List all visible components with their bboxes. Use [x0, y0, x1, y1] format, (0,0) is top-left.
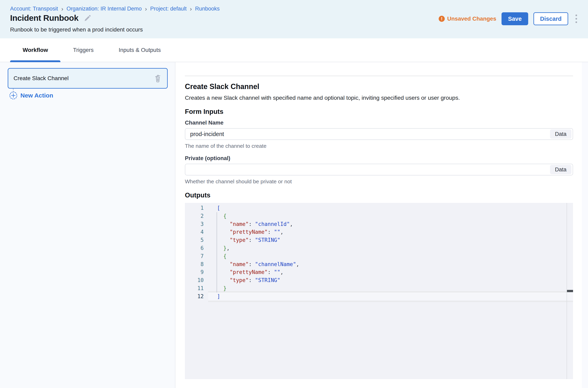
code-line: 10 "type": "STRING"	[185, 276, 573, 284]
tab-label: Triggers	[73, 47, 94, 53]
code-line: 9 "prettyName": "",	[185, 268, 573, 276]
code-line-content: }	[204, 284, 227, 292]
header-actions: ! Unsaved Changes Save Discard	[439, 12, 579, 25]
code-line-content: "type": "STRING"	[204, 276, 280, 284]
breadcrumb-link[interactable]: Project: default	[150, 6, 187, 12]
code-line: 4 "prettyName": "",	[185, 228, 573, 236]
action-card-label: Create Slack Channel	[14, 75, 154, 82]
private-data-button[interactable]: Data	[550, 165, 571, 174]
code-line-content: "prettyName": "",	[204, 228, 284, 236]
line-number: 3	[185, 220, 204, 228]
channel-name-label: Channel Name	[185, 120, 573, 126]
breadcrumb-separator-icon: ›	[61, 6, 63, 12]
code-line-content: ]	[204, 292, 220, 301]
line-number: 9	[185, 268, 204, 276]
private-label: Private (optional)	[185, 155, 573, 162]
breadcrumb: Account: Transposit›Organization: IR Int…	[10, 6, 220, 12]
code-line-content: {	[204, 212, 227, 220]
action-detail-title: Create Slack Channel	[185, 82, 573, 91]
breadcrumb-link[interactable]: Organization: IR Internal Demo	[66, 6, 142, 12]
tab-inputs-outputs[interactable]: Inputs & Outputs	[106, 38, 173, 62]
active-tab-underline	[10, 60, 60, 62]
code-line-content: {	[204, 252, 227, 260]
new-action-label: New Action	[20, 92, 53, 99]
line-number: 2	[185, 212, 204, 220]
line-number: 8	[185, 260, 204, 268]
step-connector-line	[13, 89, 14, 92]
form-inputs-heading: Form Inputs	[185, 108, 573, 116]
discard-button[interactable]: Discard	[534, 12, 568, 25]
code-line: 1[	[185, 204, 573, 212]
code-line: 2 {	[185, 212, 573, 220]
channel-name-input-wrap: Data	[185, 128, 573, 140]
editor-scrollbar-thumb[interactable]	[567, 290, 573, 292]
save-button[interactable]: Save	[502, 12, 528, 25]
warning-icon: !	[439, 16, 445, 22]
tab-triggers[interactable]: Triggers	[60, 38, 106, 62]
plus-icon	[9, 92, 17, 99]
line-number: 7	[185, 252, 204, 260]
code-rows: 1[2 {3 "name": "channelId",4 "prettyName…	[185, 203, 573, 301]
section-divider	[185, 76, 573, 76]
line-number: 6	[185, 244, 204, 252]
action-detail-description: Creates a new Slack channel with specifi…	[185, 95, 573, 101]
code-line-content: [	[204, 204, 220, 212]
outputs-heading: Outputs	[185, 191, 573, 199]
code-line: 7 {	[185, 252, 573, 260]
breadcrumb-separator-icon: ›	[145, 6, 147, 12]
action-detail-panel: Create Slack Channel Creates a new Slack…	[175, 62, 588, 388]
page-scrollbar-gutter	[582, 62, 588, 388]
code-line: 11 }	[185, 284, 573, 292]
line-number: 1	[185, 204, 204, 212]
code-line-content: "name": "channelId",	[204, 220, 293, 228]
unsaved-changes-badge: ! Unsaved Changes	[439, 16, 496, 22]
breadcrumb-separator-icon: ›	[190, 6, 192, 12]
tab-workflow[interactable]: Workflow	[10, 38, 60, 62]
unsaved-changes-label: Unsaved Changes	[447, 16, 496, 22]
code-line-content: "prettyName": "",	[204, 268, 284, 276]
line-number: 12	[185, 292, 204, 301]
new-action-button[interactable]: New Action	[9, 92, 53, 99]
tab-label: Workflow	[23, 47, 48, 53]
edit-title-icon[interactable]	[84, 14, 91, 22]
code-line-content: },	[204, 244, 230, 252]
line-number: 11	[185, 284, 204, 292]
code-line: 8 "name": "channelName",	[185, 260, 573, 268]
delete-action-trash-icon[interactable]	[154, 74, 162, 83]
tab-bar: WorkflowTriggersInputs & Outputs	[0, 38, 588, 62]
code-line: 3 "name": "channelId",	[185, 220, 573, 228]
more-options-kebab-icon[interactable]	[573, 12, 579, 25]
line-number: 5	[185, 236, 204, 244]
code-line: 12]	[185, 292, 573, 301]
title-row: Incident Runbook	[10, 13, 91, 23]
channel-name-helper: The name of the channel to create	[185, 143, 573, 149]
page-title: Incident Runbook	[10, 13, 79, 23]
breadcrumb-link[interactable]: Runbooks	[195, 6, 220, 12]
private-input[interactable]	[185, 164, 573, 175]
code-line: 6 },	[185, 244, 573, 252]
line-number: 10	[185, 276, 204, 284]
page-subtitle: Runbook to be triggered when a prod inci…	[10, 26, 143, 33]
page-header: Account: Transposit›Organization: IR Int…	[0, 0, 588, 38]
line-number: 4	[185, 228, 204, 236]
channel-name-data-button[interactable]: Data	[550, 129, 571, 139]
private-helper: Whether the channel should be private or…	[185, 178, 573, 185]
workflow-steps-sidebar: Create Slack Channel New Action	[0, 62, 175, 388]
content-area: Create Slack Channel New Action Create S…	[0, 62, 588, 388]
code-line-content: "name": "channelName",	[204, 260, 299, 268]
code-line: 5 "type": "STRING"	[185, 236, 573, 244]
tab-label: Inputs & Outputs	[119, 47, 161, 53]
action-card-create-slack-channel[interactable]: Create Slack Channel	[8, 68, 168, 89]
code-line-content: "type": "STRING"	[204, 236, 280, 244]
outputs-code-editor[interactable]: 1[2 {3 "name": "channelId",4 "prettyName…	[185, 203, 573, 379]
private-input-wrap: Data	[185, 164, 573, 175]
channel-name-input[interactable]	[185, 128, 573, 140]
breadcrumb-link[interactable]: Account: Transposit	[10, 6, 58, 12]
